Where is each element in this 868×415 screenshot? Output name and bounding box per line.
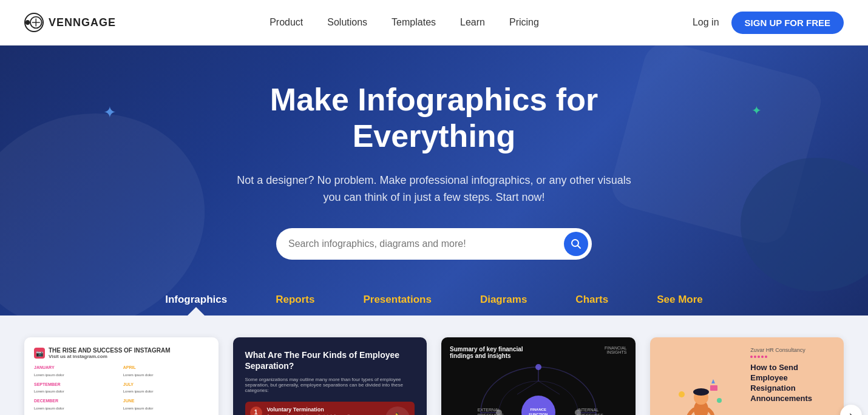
nav-product[interactable]: Product — [270, 17, 303, 28]
main-nav: Product Solutions Templates Learn Pricin… — [270, 17, 539, 28]
svg-point-11 — [535, 364, 541, 370]
search-button[interactable] — [564, 232, 588, 256]
cards-section: 📷 THE RISE AND SUCCESS OF INSTAGRAM Visi… — [0, 315, 868, 415]
card3-title: Summary of key financial findings and in… — [450, 346, 535, 359]
hr-person-svg — [677, 376, 725, 415]
svg-line-16 — [538, 381, 560, 394]
svg-point-31 — [717, 398, 722, 403]
tab-charts[interactable]: Charts — [551, 284, 632, 315]
logo-icon — [24, 13, 44, 32]
card2-item-1: 1 Voluntary Termination A person chooses… — [245, 402, 415, 415]
tab-reports[interactable]: Reports — [251, 284, 339, 315]
card4-brand: Zuvar HR Consultancy — [750, 347, 834, 353]
svg-line-4 — [578, 246, 581, 249]
dot-1 — [750, 356, 753, 358]
star-icon-2: ✦ — [751, 103, 762, 118]
logo-text: VENNGAGE — [49, 16, 116, 29]
card2-desc: Some organizations may outline many more… — [245, 377, 415, 393]
nav-templates[interactable]: Templates — [392, 17, 436, 28]
card4-heading: How to Send Employee Resignation Announc… — [750, 363, 834, 404]
tab-see-more[interactable]: See More — [632, 284, 727, 315]
nav-solutions[interactable]: Solutions — [327, 17, 367, 28]
nav-learn[interactable]: Learn — [460, 17, 485, 28]
instagram-icon: 📷 — [34, 348, 45, 359]
dot-3 — [758, 356, 760, 358]
hero-subtitle: Not a designer? No problem. Make profess… — [228, 172, 640, 207]
card-finance[interactable]: Summary of key financial findings and in… — [441, 337, 636, 415]
card2-title: What Are The Four Kinds of Employee Sepa… — [245, 349, 415, 371]
card-instagram[interactable]: 📷 THE RISE AND SUCCESS OF INSTAGRAM Visi… — [24, 337, 219, 415]
card2-item1-title: Voluntary Termination — [267, 407, 364, 413]
svg-point-28 — [693, 388, 709, 396]
signup-button[interactable]: SIGN UP FOR FREE — [731, 12, 844, 34]
navbar: VENNGAGE Product Solutions Templates Lea… — [0, 0, 868, 46]
navbar-actions: Log in SIGN UP FOR FREE — [693, 12, 844, 34]
card-employee[interactable]: What Are The Four Kinds of Employee Sepa… — [233, 337, 427, 415]
hero-title: Make Infographics for Everything — [191, 82, 677, 155]
tab-diagrams[interactable]: Diagrams — [456, 284, 551, 315]
card3-label-right: INTERNALPRESSURES — [577, 407, 599, 415]
search-bar — [276, 228, 592, 260]
hero-section: ✦ ✦ Make Infographics for Everything Not… — [0, 46, 868, 315]
login-link[interactable]: Log in — [693, 17, 719, 28]
svg-marker-32 — [711, 379, 715, 383]
svg-line-15 — [517, 381, 538, 394]
svg-rect-29 — [710, 385, 717, 391]
card1-title: THE RISE AND SUCCESS OF INSTAGRAM — [49, 347, 171, 354]
card3-brand: FINANCIALINSIGHTS — [605, 346, 627, 354]
card4-text: Zuvar HR Consultancy How to Send Employe… — [750, 347, 834, 415]
tab-presentations[interactable]: Presentations — [339, 284, 455, 315]
svg-point-30 — [679, 391, 685, 397]
dot-2 — [754, 356, 756, 358]
card1-subtitle: Visit us at instagram.com — [49, 354, 171, 359]
dot-5 — [765, 356, 767, 358]
search-input[interactable] — [288, 238, 564, 249]
card3-diagram: FINANCEFUNCTION EXTERNALPRESSURES INTERN… — [450, 370, 627, 415]
hero-tabs: Infographics Reports Presentations Diagr… — [12, 284, 856, 315]
card2-icon-1: 🚶 — [385, 407, 410, 415]
card-hr[interactable]: Zuvar HR Consultancy How to Send Employe… — [650, 337, 844, 415]
card2-num-1: 1 — [250, 407, 262, 415]
nav-pricing[interactable]: Pricing — [509, 17, 539, 28]
card4-dots — [750, 356, 834, 358]
logo-link[interactable]: VENNGAGE — [24, 13, 116, 32]
card4-illustration — [660, 347, 744, 415]
tab-infographics[interactable]: Infographics — [141, 284, 251, 315]
card3-label-left: EXTERNALPRESSURES — [478, 407, 500, 415]
star-icon-1: ✦ — [103, 103, 117, 122]
dot-4 — [761, 356, 764, 358]
